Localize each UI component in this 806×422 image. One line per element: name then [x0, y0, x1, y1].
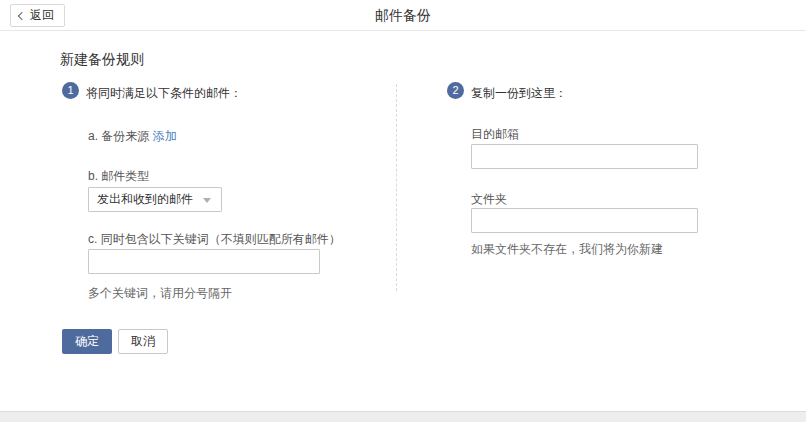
- step1-badge: 1: [62, 82, 79, 99]
- email-backup-page: 返回 邮件备份 新建备份规则 1 将同时满足以下条件的邮件： a. 备份来源 添…: [0, 0, 806, 422]
- folder-hint: 如果文件夹不存在，我们将为你新建: [471, 241, 663, 258]
- step2-title: 复制一份到这里：: [471, 85, 567, 102]
- confirm-button[interactable]: 确定: [62, 329, 112, 354]
- mail-type-select[interactable]: 发出和收到的邮件: [88, 187, 222, 212]
- footer-strip: [0, 411, 806, 422]
- backup-source-label: a. 备份来源: [88, 129, 149, 143]
- column-divider: [396, 84, 397, 291]
- mail-type-select-value: 发出和收到的邮件: [97, 191, 193, 208]
- folder-label: 文件夹: [471, 191, 507, 208]
- mail-type-label: b. 邮件类型: [88, 168, 149, 185]
- backup-source-row: a. 备份来源 添加: [88, 128, 177, 145]
- keywords-label: c. 同时包含以下关键词（不填则匹配所有邮件）: [88, 231, 341, 248]
- chevron-down-icon: [203, 198, 211, 203]
- add-source-link[interactable]: 添加: [153, 129, 177, 143]
- keywords-hint: 多个关键词，请用分号隔开: [88, 285, 232, 302]
- folder-input[interactable]: [471, 208, 698, 233]
- page-title: 邮件备份: [0, 0, 806, 31]
- step1-title: 将同时满足以下条件的邮件：: [86, 85, 242, 102]
- dest-mailbox-input[interactable]: [471, 144, 698, 169]
- topbar: 返回 邮件备份: [0, 0, 806, 31]
- step2-badge: 2: [447, 82, 464, 99]
- cancel-button[interactable]: 取消: [118, 329, 168, 354]
- keywords-input[interactable]: [88, 249, 320, 274]
- form-heading: 新建备份规则: [60, 51, 144, 69]
- dest-mailbox-label: 目的邮箱: [471, 126, 519, 143]
